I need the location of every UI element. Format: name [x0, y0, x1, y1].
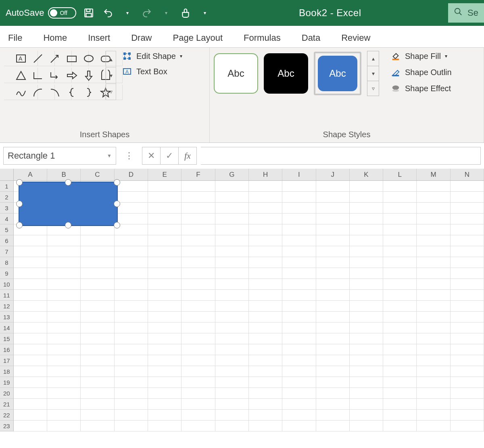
col-header[interactable]: M — [417, 169, 450, 180]
row-header[interactable]: 19 — [0, 377, 14, 388]
cell[interactable] — [316, 279, 350, 290]
col-header[interactable]: G — [215, 169, 249, 180]
cell[interactable] — [115, 410, 148, 421]
cell[interactable] — [383, 246, 417, 257]
cell[interactable] — [81, 399, 114, 410]
cell[interactable] — [417, 235, 450, 246]
cell[interactable] — [282, 301, 316, 312]
cell[interactable] — [451, 268, 484, 279]
undo-button[interactable] — [101, 6, 115, 20]
cell[interactable] — [383, 214, 417, 224]
cell[interactable] — [215, 333, 249, 344]
cell[interactable] — [383, 301, 417, 312]
cell[interactable] — [47, 268, 81, 279]
col-header[interactable]: K — [350, 169, 383, 180]
cell[interactable] — [14, 355, 47, 366]
row-header[interactable]: 22 — [0, 410, 14, 421]
cell[interactable] — [148, 421, 182, 431]
cell[interactable] — [182, 355, 215, 366]
cell[interactable] — [115, 301, 148, 312]
cell[interactable] — [14, 301, 47, 312]
cell[interactable] — [249, 312, 282, 322]
cell[interactable] — [182, 333, 215, 344]
autosave-toggle[interactable]: AutoSave Off — [6, 7, 76, 19]
cell[interactable] — [350, 290, 383, 301]
cell[interactable] — [81, 355, 114, 366]
row-header[interactable]: 17 — [0, 355, 14, 366]
cell[interactable] — [383, 421, 417, 431]
cell[interactable] — [215, 214, 249, 224]
cell[interactable] — [148, 268, 182, 279]
resize-handle[interactable] — [16, 222, 23, 228]
row-header[interactable]: 10 — [0, 279, 14, 290]
cell[interactable] — [215, 235, 249, 246]
cell[interactable] — [47, 377, 81, 388]
cell[interactable] — [14, 377, 47, 388]
cell[interactable] — [417, 312, 450, 322]
cell[interactable] — [47, 333, 81, 344]
cell[interactable] — [182, 246, 215, 257]
cell[interactable] — [282, 410, 316, 421]
cell[interactable] — [417, 344, 450, 355]
cell[interactable] — [148, 366, 182, 377]
cell[interactable] — [316, 301, 350, 312]
cell[interactable] — [350, 410, 383, 421]
cell[interactable] — [417, 399, 450, 410]
cell[interactable] — [14, 421, 47, 431]
cell[interactable] — [350, 377, 383, 388]
cell[interactable] — [81, 224, 114, 235]
cell[interactable] — [350, 181, 383, 192]
shape-outline-button[interactable]: Shape Outlin — [390, 67, 452, 77]
cell[interactable] — [148, 257, 182, 268]
cell[interactable] — [148, 214, 182, 224]
style-swatch-black[interactable]: Abc — [264, 53, 308, 94]
cell[interactable] — [215, 290, 249, 301]
cell[interactable] — [282, 203, 316, 214]
cell[interactable] — [350, 279, 383, 290]
cell[interactable] — [316, 192, 350, 203]
cell[interactable] — [282, 421, 316, 431]
cell[interactable] — [383, 366, 417, 377]
cell[interactable] — [350, 268, 383, 279]
cell[interactable] — [249, 399, 282, 410]
row-header[interactable]: 18 — [0, 366, 14, 377]
cell[interactable] — [148, 399, 182, 410]
cell[interactable] — [249, 235, 282, 246]
cell[interactable] — [282, 192, 316, 203]
touch-mode-icon[interactable] — [179, 6, 192, 20]
cell[interactable] — [182, 290, 215, 301]
cell[interactable] — [316, 355, 350, 366]
cell[interactable] — [215, 388, 249, 399]
row-header[interactable]: 9 — [0, 268, 14, 279]
undo-dropdown-icon[interactable]: ▾ — [121, 6, 134, 20]
col-header[interactable]: I — [282, 169, 316, 180]
edit-shape-button[interactable]: Edit Shape ▾ — [122, 51, 182, 61]
cell[interactable] — [417, 333, 450, 344]
cell[interactable] — [81, 312, 114, 322]
cell[interactable] — [182, 181, 215, 192]
cell[interactable] — [451, 290, 484, 301]
cell[interactable] — [148, 377, 182, 388]
col-header[interactable]: D — [115, 169, 148, 180]
cell[interactable] — [182, 301, 215, 312]
row-header[interactable]: 7 — [0, 246, 14, 257]
cell[interactable] — [115, 257, 148, 268]
cell[interactable] — [182, 410, 215, 421]
enter-formula-button[interactable]: ✓ — [161, 147, 178, 165]
cell[interactable] — [282, 377, 316, 388]
shape-effects-button[interactable]: Shape Effect — [390, 83, 452, 94]
cell[interactable] — [148, 388, 182, 399]
cell[interactable] — [47, 279, 81, 290]
col-header[interactable]: A — [14, 169, 47, 180]
cell[interactable] — [182, 344, 215, 355]
cell[interactable] — [215, 203, 249, 214]
cell[interactable] — [148, 203, 182, 214]
cell[interactable] — [383, 377, 417, 388]
cell[interactable] — [182, 192, 215, 203]
cell[interactable] — [383, 399, 417, 410]
cell[interactable] — [115, 388, 148, 399]
cell[interactable] — [14, 268, 47, 279]
cell[interactable] — [115, 290, 148, 301]
row-header[interactable]: 4 — [0, 214, 14, 224]
cell[interactable] — [417, 246, 450, 257]
